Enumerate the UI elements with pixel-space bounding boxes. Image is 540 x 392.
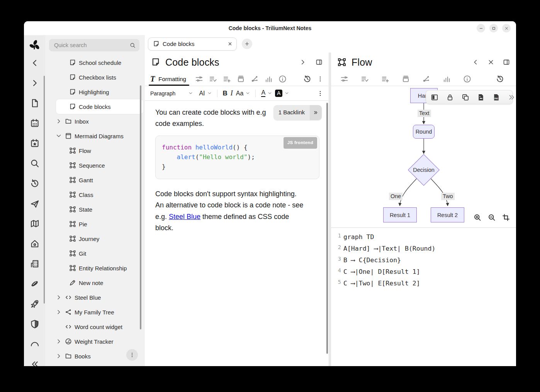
tree-item-school-schedule[interactable]: School schedule (45, 55, 145, 70)
text-case-button[interactable]: Aa (236, 90, 250, 97)
tree-item-highlighting[interactable]: Highlighting (45, 85, 145, 99)
node-result-2[interactable]: Result 2 (431, 207, 464, 222)
similar-notes-icon[interactable] (443, 75, 451, 83)
backlink-count[interactable]: 1 Backlink (273, 105, 310, 120)
tree-item-git[interactable]: Git (45, 246, 145, 261)
font-color-button[interactable]: A (261, 90, 272, 97)
paper-plane-icon[interactable] (30, 199, 39, 208)
tab-close-icon[interactable] (228, 41, 233, 46)
toolbar-more-icon[interactable] (317, 90, 323, 97)
tree-item-pie[interactable]: Pie (45, 217, 145, 231)
note-map-icon[interactable] (251, 75, 259, 83)
tree-item-checkbox-lists[interactable]: Checkbox lists (45, 70, 145, 85)
chevron-right-icon[interactable] (56, 118, 62, 124)
chevron-right-icon[interactable] (56, 309, 62, 315)
chevron-right-icon[interactable] (56, 294, 62, 300)
tree-item-word-count-widget[interactable]: Word count widget (45, 319, 145, 334)
node-round[interactable]: Round (413, 125, 435, 139)
launcher-scrollbar[interactable] (44, 76, 45, 304)
collapse-sidebar-icon[interactable] (30, 360, 39, 366)
tree-item-statistics[interactable]: Statistics (45, 363, 145, 366)
minimize-button[interactable] (477, 24, 485, 32)
source-line-5[interactable]: 5C ⟶|Two| E[Result 2] (336, 278, 516, 289)
source-line-4[interactable]: 4C ⟶|One| D[Result 1] (336, 266, 516, 278)
close-button[interactable] (502, 24, 511, 32)
basic-properties-icon[interactable] (195, 75, 203, 83)
inherited-attributes-icon[interactable] (381, 75, 389, 83)
zoom-out-icon[interactable] (488, 214, 496, 221)
calendar-star-icon[interactable] (30, 139, 39, 148)
source-line-2[interactable]: 2A[Hard] ⟶|Text| B(Round) (336, 243, 516, 255)
close-pane-icon[interactable] (487, 59, 494, 66)
zoom-in-icon[interactable] (474, 214, 481, 221)
chevron-down-icon[interactable] (56, 133, 62, 139)
source-line-3[interactable]: 3B ⟶ C{Decision} (336, 255, 516, 266)
backlink-expand-button[interactable] (310, 105, 322, 120)
revisions-icon[interactable] (303, 75, 311, 83)
steel-blue-link[interactable]: Steel Blue (169, 213, 200, 221)
magnifier-icon[interactable] (30, 159, 39, 168)
history-icon[interactable] (30, 179, 39, 188)
note-info-icon[interactable] (463, 75, 471, 83)
move-pane-left-icon[interactable] (472, 59, 479, 66)
split-pane-icon[interactable] (503, 59, 510, 66)
tree-item-entity-relationship[interactable]: Entity Relationship (45, 261, 145, 275)
tree-item-class[interactable]: Class (45, 187, 145, 202)
tree-item-new-note[interactable]: New note (45, 275, 145, 290)
code-block[interactable]: JS frontendfunction helloWorld() { alert… (155, 136, 319, 179)
toggle-editor-panel-icon[interactable] (431, 93, 438, 101)
export-svg-icon[interactable] (477, 93, 485, 101)
export-png-icon[interactable]: PNG (492, 93, 500, 101)
chevron-left-icon[interactable] (30, 58, 39, 68)
note-paths-icon[interactable] (402, 75, 410, 83)
building-icon[interactable] (30, 259, 39, 268)
tab-code-blocks[interactable]: Code blocks (148, 37, 237, 51)
copy-icon[interactable] (462, 93, 469, 101)
bold-button[interactable]: B (223, 90, 228, 97)
home-icon[interactable] (30, 239, 39, 248)
quick-search-input[interactable] (54, 42, 130, 48)
tree-more-button[interactable] (126, 349, 138, 361)
similar-notes-icon[interactable] (265, 75, 273, 83)
ribbon-tab-formatting[interactable]: T Formatting (150, 72, 186, 86)
shield-icon[interactable] (30, 319, 39, 329)
split-pane-icon[interactable] (316, 59, 323, 66)
background-color-button[interactable]: A (275, 90, 289, 97)
quick-search[interactable] (49, 39, 139, 51)
font-size-button[interactable]: AI (199, 90, 211, 97)
lock-icon[interactable] (446, 93, 454, 101)
italic-button[interactable]: I (231, 89, 233, 97)
tree-item-gantt[interactable]: Gantt (45, 173, 145, 187)
maximize-button[interactable] (489, 24, 498, 32)
more-tools-icon[interactable] (508, 93, 516, 101)
bread-icon[interactable] (30, 279, 39, 288)
new-tab-button[interactable] (242, 39, 252, 49)
note-content[interactable]: You can create code blocks with e.g code… (145, 101, 329, 366)
mermaid-source-editor[interactable]: 1graph TD2A[Hard] ⟶|Text| B(Round)3B ⟶ C… (331, 227, 516, 366)
tree-item-state[interactable]: State (45, 202, 145, 217)
flow-title[interactable]: Flow (352, 57, 372, 68)
owned-attributes-icon[interactable] (361, 75, 369, 83)
file-icon[interactable] (30, 98, 39, 108)
chevron-right-icon[interactable] (30, 78, 39, 88)
revisions-icon[interactable] (496, 75, 504, 83)
rocket-icon[interactable] (30, 299, 39, 309)
tree-item-inbox[interactable]: Inbox (45, 114, 145, 129)
node-result-1[interactable]: Result 1 (383, 207, 417, 222)
note-info-icon[interactable] (278, 75, 287, 83)
tree-item-code-blocks[interactable]: Code blocks (56, 99, 143, 114)
backlink-widget[interactable]: 1 Backlink (273, 105, 322, 120)
note-title[interactable]: Code blocks (165, 57, 219, 68)
expand-ribbon-icon[interactable] (299, 59, 306, 66)
tree-item-my-family-tree[interactable]: My Family Tree (45, 305, 145, 319)
tree-item-journey[interactable]: Journey (45, 231, 145, 246)
mermaid-diagram[interactable]: Hard Round Decision Result 1 Result 2 Te… (331, 86, 516, 227)
note-map-icon[interactable] (422, 75, 430, 83)
map-book-icon[interactable] (30, 219, 39, 228)
more-actions-icon[interactable] (317, 75, 323, 83)
gauge-arc-icon[interactable] (30, 339, 39, 349)
basic-properties-icon[interactable] (340, 75, 348, 83)
paragraph-dropdown[interactable]: Paragraph (150, 90, 193, 97)
tree-item-weight-tracker[interactable]: Weight Tracker (45, 334, 145, 349)
fit-to-screen-icon[interactable] (502, 214, 510, 221)
